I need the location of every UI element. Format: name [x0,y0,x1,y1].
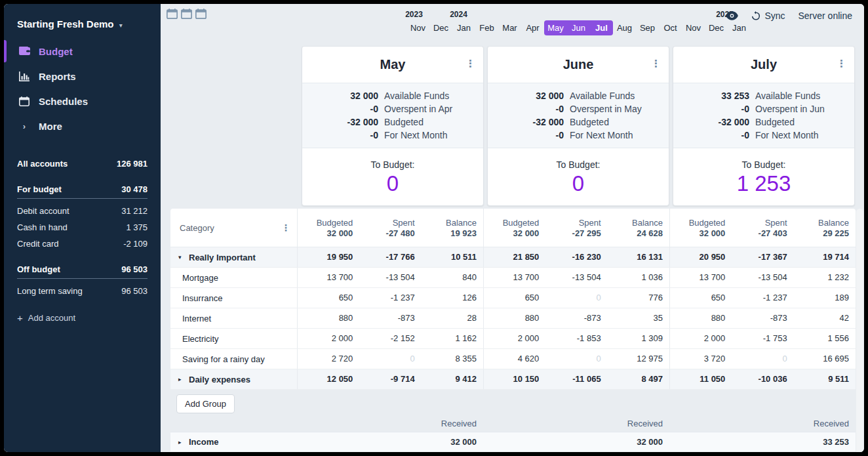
sidebar-item-schedules[interactable]: Schedules [4,89,161,114]
cell-budgeted[interactable]: 12 050 [298,369,359,389]
cell-budgeted[interactable]: 880 [670,308,732,328]
month-strip-item[interactable]: Aug [613,20,636,35]
cell-budgeted[interactable]: 650 [670,288,732,308]
to-budget-amount[interactable]: 1 253 [737,171,791,196]
cell-budgeted[interactable]: 2 000 [484,329,545,348]
account-row-group-0[interactable]: For budget30 478 [17,182,148,199]
chevron-down-icon[interactable]: ▾ [178,254,185,260]
month-strip-item[interactable]: Jan [728,20,751,35]
add-group-button[interactable]: Add Group [176,394,235,413]
cell-budgeted[interactable]: 11 050 [670,369,732,389]
cell-budgeted[interactable]: 3 720 [670,349,732,369]
category-name-cell[interactable]: Saving for a rainy day [170,349,297,369]
cell-budgeted[interactable]: 20 950 [670,247,732,267]
cell-balance[interactable]: 12 975 [608,349,669,369]
month-strip-item[interactable]: Jun [567,20,590,35]
cell-balance[interactable]: 126 [422,288,483,308]
month-strip-item[interactable]: Jan [452,20,475,35]
cell-balance[interactable]: 10 511 [422,247,483,267]
account-row-0-2[interactable]: Credit card-2 109 [17,236,148,252]
cell-balance[interactable]: 1 309 [608,329,669,348]
cell-balance[interactable]: 840 [422,268,483,287]
cell-spent[interactable]: -1 753 [732,329,793,348]
month-strip-item[interactable]: Mar [498,20,521,35]
cell-spent[interactable]: -873 [359,308,421,328]
month-strip-item[interactable]: Dec [705,20,728,35]
cell-balance[interactable]: 189 [794,288,856,308]
cell-balance[interactable]: 1 162 [422,329,483,348]
month-strip-item[interactable]: Apr [521,20,544,35]
cell-spent[interactable]: -13 504 [359,268,421,287]
cell-balance[interactable]: 19 714 [794,247,856,267]
cell-spent[interactable]: 0 [545,349,607,369]
month-menu-button[interactable]: ⋮ [651,58,661,68]
month-strip-item[interactable]: Dec [429,20,452,35]
month-strip-item[interactable]: Nov [406,20,429,35]
category-name-cell[interactable]: Electricity [170,329,297,348]
chevron-right-icon[interactable]: ▸ [178,439,185,446]
cell-balance[interactable]: 16 695 [794,349,856,369]
cell-spent[interactable]: -10 036 [732,369,793,389]
sidebar-item-reports[interactable]: Reports [4,64,161,89]
group-name-cell[interactable]: ▸Daily expenses [170,369,297,389]
cell-spent[interactable]: 0 [545,288,607,308]
cell-budgeted[interactable]: 19 950 [298,247,359,267]
sidebar-item-more[interactable]: ›More [4,114,161,138]
cell-budgeted[interactable]: 880 [298,308,359,328]
month-strip-item[interactable]: Oct [659,20,682,35]
account-row-all-accounts[interactable]: All accounts126 981 [17,155,148,172]
cell-balance[interactable]: 8 497 [608,369,669,389]
cell-budgeted[interactable]: 650 [298,288,359,308]
month-strip-item[interactable]: Jul [590,20,613,35]
cell-spent[interactable]: -1 853 [545,329,607,348]
add-account-button[interactable]: +Add account [17,312,148,323]
month-strip-item[interactable]: Feb [475,20,498,35]
cell-budgeted[interactable]: 650 [484,288,545,308]
cell-balance[interactable]: 1 232 [794,268,856,287]
cell-budgeted[interactable]: 13 700 [670,268,732,287]
group-name-cell[interactable]: ▾Really Important [170,247,297,267]
month-menu-button[interactable]: ⋮ [837,58,846,68]
cell-budgeted[interactable]: 13 700 [484,268,545,287]
cell-budgeted[interactable]: 4 620 [484,349,545,369]
server-status[interactable]: Server online [799,10,853,21]
cell-budgeted[interactable]: 2 720 [298,349,359,369]
calendar-icon[interactable] [195,9,207,22]
income-name-cell[interactable]: ▸Income [170,432,297,451]
account-row-1-0[interactable]: Long term saving96 503 [17,283,148,299]
category-name-cell[interactable]: Mortgage [170,268,297,287]
cell-spent[interactable]: -873 [732,308,793,328]
cell-budgeted[interactable]: 13 700 [298,268,359,287]
privacy-eye-button[interactable] [726,11,738,20]
category-name-cell[interactable]: Internet [170,308,297,328]
account-row-0-0[interactable]: Debit account31 212 [17,203,148,219]
cell-budgeted[interactable]: 2 000 [298,329,359,348]
cell-spent[interactable]: -2 152 [359,329,421,348]
cell-spent[interactable]: -17 766 [359,247,421,267]
category-menu-button[interactable]: ⋮ [281,223,290,232]
cell-spent[interactable]: -9 714 [359,369,421,389]
cell-balance[interactable]: 8 355 [422,349,483,369]
to-budget-amount[interactable]: 0 [572,171,584,196]
cell-budgeted[interactable]: 10 150 [484,369,545,389]
month-strip-item[interactable]: Sep [636,20,659,35]
month-strip-item[interactable]: May [544,20,567,35]
calendar-icon[interactable] [167,9,178,22]
cell-spent[interactable]: -17 367 [732,247,793,267]
cell-balance[interactable]: 9 511 [794,369,856,389]
cell-budgeted[interactable]: 880 [484,308,545,328]
cell-spent[interactable]: -11 065 [545,369,607,389]
cell-spent[interactable]: -16 230 [545,247,607,267]
cell-spent[interactable]: -13 504 [732,268,793,287]
cell-spent[interactable]: 0 [732,349,793,369]
calendar-icon[interactable] [181,9,192,22]
cell-spent[interactable]: -13 504 [545,268,607,287]
cell-spent[interactable]: -1 237 [359,288,421,308]
budget-file-switcher[interactable]: Starting Fresh Demo ▾ [4,4,161,39]
account-row-0-1[interactable]: Cash in hand1 375 [17,219,148,236]
month-strip-item[interactable]: Nov [682,20,705,35]
cell-budgeted[interactable]: 21 850 [484,247,545,267]
sync-button[interactable]: Sync [751,10,785,21]
cell-spent[interactable]: 0 [359,349,421,369]
cell-balance[interactable]: 1 036 [608,268,669,287]
